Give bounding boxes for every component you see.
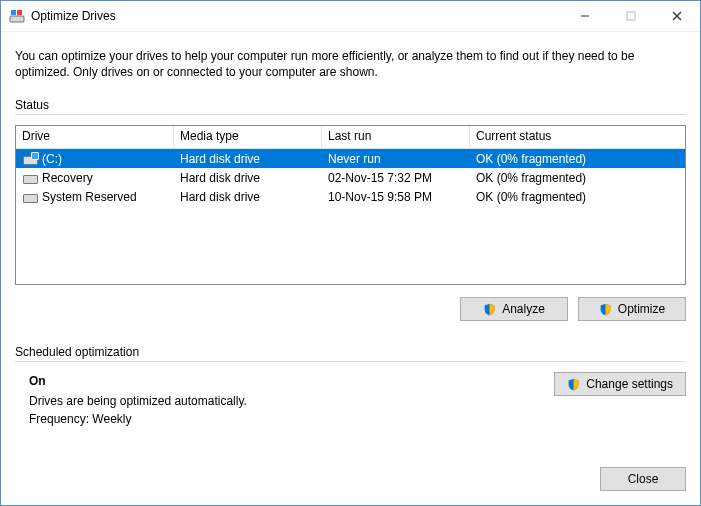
drive-icon [22, 190, 38, 204]
shield-icon [567, 378, 580, 391]
change-settings-label: Change settings [586, 377, 673, 391]
cell-status: OK (0% fragmented) [470, 171, 685, 185]
cell-last-run: Never run [322, 152, 470, 166]
change-settings-button[interactable]: Change settings [554, 372, 686, 396]
window-title: Optimize Drives [31, 9, 116, 23]
app-icon [9, 8, 25, 24]
analyze-label: Analyze [502, 302, 545, 316]
divider [15, 361, 686, 362]
description-text: You can optimize your drives to help you… [15, 48, 686, 80]
optimize-button[interactable]: Optimize [578, 297, 686, 321]
analyze-button[interactable]: Analyze [460, 297, 568, 321]
table-header: Drive Media type Last run Current status [16, 126, 685, 149]
drive-icon [22, 171, 38, 185]
table-row[interactable]: RecoveryHard disk drive02-Nov-15 7:32 PM… [16, 168, 685, 187]
drives-table: Drive Media type Last run Current status… [15, 125, 686, 285]
schedule-state: On [29, 374, 554, 388]
close-label: Close [628, 472, 659, 486]
col-header-status[interactable]: Current status [470, 126, 685, 149]
scheduled-group-label: Scheduled optimization [15, 345, 686, 359]
shield-icon [599, 303, 612, 316]
optimize-label: Optimize [618, 302, 665, 316]
svg-rect-2 [17, 10, 22, 15]
schedule-desc: Drives are being optimized automatically… [29, 394, 554, 408]
col-header-last[interactable]: Last run [322, 126, 470, 149]
cell-media: Hard disk drive [174, 152, 322, 166]
cell-status: OK (0% fragmented) [470, 190, 685, 204]
svg-rect-1 [11, 10, 16, 15]
cell-drive: Recovery [16, 171, 174, 185]
col-header-drive[interactable]: Drive [16, 126, 174, 149]
table-row[interactable]: (C:)Hard disk driveNever runOK (0% fragm… [16, 149, 685, 168]
table-row[interactable]: System ReservedHard disk drive10-Nov-15 … [16, 187, 685, 206]
cell-last-run: 10-Nov-15 9:58 PM [322, 190, 470, 204]
drive-name: Recovery [42, 171, 93, 185]
cell-media: Hard disk drive [174, 171, 322, 185]
cell-media: Hard disk drive [174, 190, 322, 204]
close-button[interactable]: Close [600, 467, 686, 491]
svg-rect-0 [10, 16, 24, 22]
cell-drive: System Reserved [16, 190, 174, 204]
status-group-label: Status [15, 98, 686, 112]
maximize-button [608, 1, 654, 32]
cell-drive: (C:) [16, 152, 174, 166]
schedule-freq: Frequency: Weekly [29, 412, 554, 426]
svg-rect-4 [627, 12, 635, 20]
drive-name: System Reserved [42, 190, 137, 204]
drive-name: (C:) [42, 152, 62, 166]
col-header-media[interactable]: Media type [174, 126, 322, 149]
drive-icon [22, 152, 38, 166]
close-window-button[interactable] [654, 1, 700, 32]
titlebar: Optimize Drives [1, 1, 700, 32]
divider [15, 114, 686, 115]
minimize-button[interactable] [562, 1, 608, 32]
cell-last-run: 02-Nov-15 7:32 PM [322, 171, 470, 185]
cell-status: OK (0% fragmented) [470, 152, 685, 166]
shield-icon [483, 303, 496, 316]
